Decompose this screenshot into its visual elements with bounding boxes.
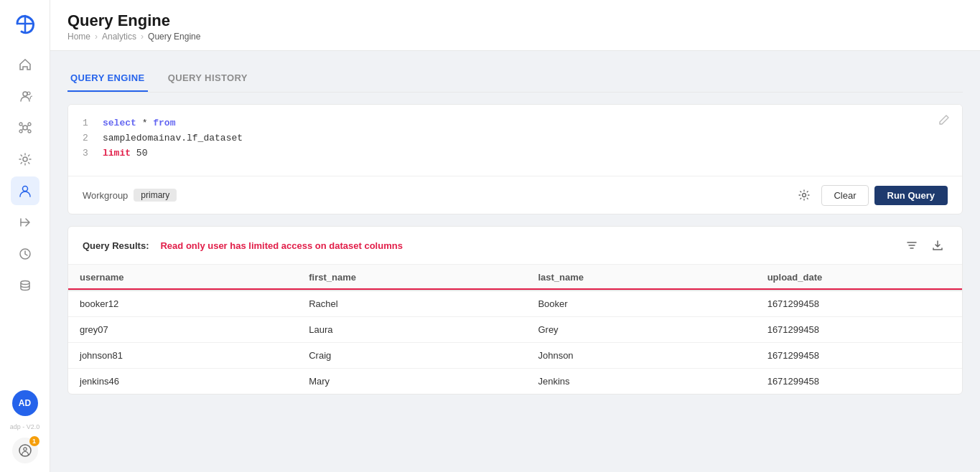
results-warning: Read only user has limited access on dat… <box>160 240 402 251</box>
sidebar-item-home[interactable] <box>11 50 39 79</box>
table-row: johnson81CraigJohnson1671299458 <box>68 343 962 369</box>
line-content-2: sampledomainav.lf_dataset <box>103 131 243 146</box>
edit-icon[interactable] <box>938 113 951 126</box>
sidebar-item-history[interactable] <box>11 240 39 268</box>
svg-line-10 <box>27 129 29 131</box>
cell-upload_date: 1671299458 <box>756 291 962 317</box>
workgroup-label: Workgroup <box>83 190 128 201</box>
line-content-3: limit 50 <box>103 146 147 161</box>
results-table-wrapper: username first_name last_name upload_dat… <box>68 265 962 394</box>
tab-query-history[interactable]: QUERY HISTORY <box>165 65 251 92</box>
results-title: Query Results: <box>83 240 149 251</box>
svg-line-7 <box>22 126 23 127</box>
tabs-bar: QUERY ENGINE QUERY HISTORY <box>67 65 963 93</box>
svg-point-18 <box>803 194 806 197</box>
breadcrumb-current: Query Engine <box>148 32 200 42</box>
table-row: jenkins46MaryJenkins1671299458 <box>68 369 962 395</box>
breadcrumb-sep-2: › <box>141 32 144 42</box>
table-row: booker12RachelBooker1671299458 <box>68 291 962 317</box>
tab-query-engine[interactable]: QUERY ENGINE <box>67 65 148 92</box>
sidebar-item-users[interactable] <box>11 82 39 110</box>
line-number-1: 1 <box>83 116 94 131</box>
svg-point-3 <box>19 123 22 126</box>
breadcrumb-analytics[interactable]: Analytics <box>102 32 136 42</box>
cell-last_name: Grey <box>526 317 755 343</box>
cell-upload_date: 1671299458 <box>756 317 962 343</box>
svg-point-11 <box>23 157 27 161</box>
table-row: grey07LauraGrey1671299458 <box>68 317 962 343</box>
clear-button[interactable]: Clear <box>821 185 868 206</box>
run-query-button[interactable]: Run Query <box>874 186 948 205</box>
sidebar-item-share[interactable] <box>11 208 39 237</box>
editor-line-2: 2 sampledomainav.lf_dataset <box>83 131 948 146</box>
results-panel: Query Results: Read only user has limite… <box>67 226 963 395</box>
col-header-username: username <box>68 265 297 291</box>
line-number-3: 3 <box>83 146 94 161</box>
table-header-row: username first_name last_name upload_dat… <box>68 265 962 291</box>
query-editor-panel: 1 select * from 2 sampledomainav.lf_data… <box>67 104 963 214</box>
help-button[interactable]: 1 <box>12 438 38 463</box>
cell-last_name: Johnson <box>526 343 755 369</box>
line-content-1: select * from <box>103 116 175 131</box>
sidebar-item-settings[interactable] <box>11 145 39 174</box>
cell-first_name: Mary <box>297 369 526 395</box>
page-title: Query Engine <box>67 11 963 30</box>
cell-last_name: Jenkins <box>526 369 755 395</box>
sidebar-item-profile[interactable] <box>11 176 39 205</box>
notification-badge: 1 <box>29 436 39 446</box>
svg-point-1 <box>27 92 30 95</box>
sidebar-item-network[interactable] <box>11 113 39 142</box>
svg-point-4 <box>28 123 31 126</box>
results-title-row: Query Results: Read only user has limite… <box>83 240 403 251</box>
svg-point-12 <box>22 187 27 192</box>
cell-last_name: Booker <box>526 291 755 317</box>
content-area: QUERY ENGINE QUERY HISTORY 1 select * fr… <box>50 51 980 472</box>
line-number-2: 2 <box>83 131 94 146</box>
cell-username: johnson81 <box>68 343 297 369</box>
editor-line-1: 1 select * from <box>83 116 948 131</box>
query-settings-icon[interactable] <box>793 184 816 207</box>
workgroup-row: Workgroup primary <box>83 189 177 202</box>
cell-first_name: Laura <box>297 317 526 343</box>
cell-first_name: Craig <box>297 343 526 369</box>
query-actions: Clear Run Query <box>793 184 948 207</box>
cell-upload_date: 1671299458 <box>756 343 962 369</box>
svg-point-5 <box>19 130 22 133</box>
svg-point-2 <box>23 126 27 130</box>
query-footer: Workgroup primary Clear Run Query <box>68 176 962 214</box>
page-header: Query Engine Home › Analytics › Query En… <box>50 0 980 51</box>
user-avatar[interactable]: AD <box>12 390 38 416</box>
svg-line-8 <box>27 126 29 127</box>
breadcrumb-home[interactable]: Home <box>67 32 90 42</box>
main-content: Query Engine Home › Analytics › Query En… <box>50 0 980 472</box>
cell-first_name: Rachel <box>297 291 526 317</box>
results-table: username first_name last_name upload_dat… <box>68 265 962 394</box>
results-header: Query Results: Read only user has limite… <box>68 227 962 265</box>
sidebar-item-database[interactable] <box>11 271 39 300</box>
app-version: adp - V2.0 <box>10 423 40 430</box>
workgroup-badge: primary <box>134 189 177 202</box>
svg-point-0 <box>23 92 27 96</box>
sidebar: AD adp - V2.0 1 <box>0 0 50 472</box>
breadcrumb-sep-1: › <box>95 32 98 42</box>
col-header-last-name: last_name <box>526 265 755 291</box>
cell-username: grey07 <box>68 317 297 343</box>
cell-username: jenkins46 <box>68 369 297 395</box>
svg-point-6 <box>28 130 31 133</box>
query-editor[interactable]: 1 select * from 2 sampledomainav.lf_data… <box>68 105 962 176</box>
col-header-first-name: first_name <box>297 265 526 291</box>
editor-line-3: 3 limit 50 <box>83 146 948 161</box>
col-header-upload-date: upload_date <box>756 265 962 291</box>
cell-username: booker12 <box>68 291 297 317</box>
cell-upload_date: 1671299458 <box>756 369 962 395</box>
svg-line-9 <box>22 129 23 131</box>
results-icons <box>902 235 948 255</box>
results-filter-icon[interactable] <box>902 235 922 255</box>
app-logo[interactable] <box>10 9 40 39</box>
breadcrumb: Home › Analytics › Query Engine <box>67 32 963 42</box>
results-download-icon[interactable] <box>928 235 948 255</box>
svg-point-14 <box>21 281 29 285</box>
